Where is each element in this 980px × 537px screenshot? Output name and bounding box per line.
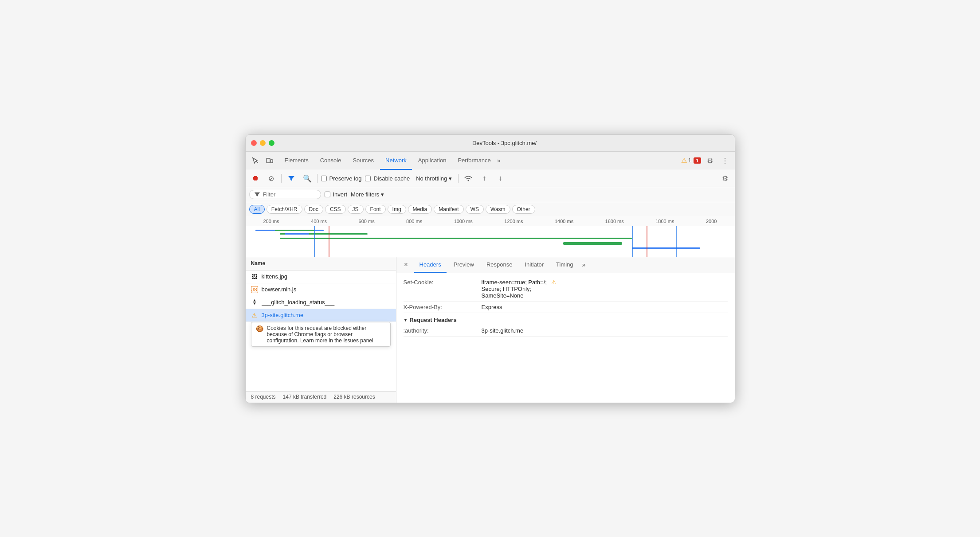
kittens-icon: 🖼 [251, 273, 258, 280]
filter-ws[interactable]: WS [466, 205, 484, 214]
ruler-mark-1800: 1800 ms [655, 219, 674, 224]
resources-size: 226 kB resources [333, 394, 375, 400]
filter-input[interactable] [263, 191, 316, 198]
header-row-set-cookie: Set-Cookie: iframe-seen=true; Path=/; ⚠ … [404, 277, 728, 302]
filter-button[interactable] [285, 172, 298, 184]
download-icon[interactable]: ↓ [494, 172, 506, 184]
bowser-icon: JS [251, 286, 258, 293]
filter-font[interactable]: Font [365, 205, 386, 214]
svg-line-0 [256, 161, 258, 163]
warning-icon: ⚠ [681, 157, 687, 165]
timeline-ruler: 200 ms 400 ms 600 ms 800 ms 1000 ms 1200… [246, 217, 735, 226]
more-tabs-chevron[interactable]: » [582, 261, 586, 268]
vline-red-2 [647, 226, 647, 257]
ruler-marks: 200 ms 400 ms 600 ms 800 ms 1000 ms 1200… [263, 219, 717, 224]
filter-fetch-xhr[interactable]: Fetch/XHR [267, 205, 302, 214]
filter-other[interactable]: Other [512, 205, 535, 214]
cookie-icon: 🍪 [256, 325, 263, 332]
filter-all[interactable]: All [249, 205, 265, 214]
throttle-select[interactable]: No throttling ▾ [413, 174, 455, 183]
ruler-mark-200: 200 ms [263, 219, 279, 224]
vline-blue-3 [676, 226, 677, 257]
ruler-mark-1000: 1000 ms [454, 219, 473, 224]
requests-list: 🖼 kittens.jpg JS bowser.min.js ⁑ ___glit… [246, 270, 396, 391]
minimize-button[interactable] [260, 140, 266, 146]
warnings-count: 1 [688, 157, 691, 164]
header-row-authority: :authority: 3p-site.glitch.me [404, 325, 728, 337]
close-panel-button[interactable]: × [400, 259, 412, 271]
search-button[interactable]: 🔍 [301, 172, 314, 184]
tab-application[interactable]: Application [413, 152, 452, 170]
header-row-x-powered-by: X-Powered-By: Express [404, 302, 728, 313]
ruler-mark-2000: 2000 [706, 219, 717, 224]
disable-cache-label[interactable]: Disable cache [365, 175, 410, 182]
toolbar-divider-3 [458, 174, 459, 183]
request-item-3p-site[interactable]: ⚠ 3p-site.glitch.me [246, 309, 396, 322]
filter-css[interactable]: CSS [325, 205, 346, 214]
tab-elements[interactable]: Elements [279, 152, 314, 170]
errors-badge[interactable]: 1 [694, 157, 701, 164]
more-options-icon[interactable]: ⋮ [719, 154, 731, 167]
vline-red-1 [329, 226, 329, 257]
set-cookie-val: iframe-seen=true; Path=/; ⚠ Secure; HTTP… [482, 279, 728, 299]
svg-point-3 [468, 180, 469, 181]
device-toggle-icon[interactable] [263, 154, 276, 167]
filter-wasm[interactable]: Wasm [486, 205, 510, 214]
vline-blue-2 [632, 226, 633, 257]
3p-site-warning-icon: ⚠ [251, 312, 258, 319]
filter-media[interactable]: Media [408, 205, 432, 214]
cookie-tooltip-text: Cookies for this request are blocked eit… [267, 325, 386, 344]
clear-button[interactable]: ⊘ [265, 172, 278, 184]
tab-console[interactable]: Console [315, 152, 347, 170]
traffic-lights [251, 140, 274, 146]
network-settings-icon[interactable]: ⚙ [719, 172, 731, 184]
ruler-mark-1400: 1400 ms [555, 219, 573, 224]
headers-panel: × Headers Preview Response Initiator Tim… [396, 257, 735, 403]
preserve-log-checkbox[interactable] [321, 176, 327, 181]
timeline-canvas [246, 226, 735, 257]
tab-performance[interactable]: Performance [452, 152, 496, 170]
requests-count: 8 requests [251, 394, 276, 400]
3p-site-name: 3p-site.glitch.me [262, 312, 391, 318]
throttle-dropdown-icon: ▾ [449, 175, 452, 182]
warnings-badge[interactable]: ⚠ 1 [681, 157, 691, 165]
devtools-tabs-bar: Elements Console Sources Network Applica… [246, 152, 735, 170]
authority-key: :authority: [404, 327, 474, 334]
disable-cache-checkbox[interactable] [365, 176, 371, 181]
filter-img[interactable]: Img [388, 205, 406, 214]
record-stop-button[interactable]: ⏺ [249, 172, 262, 184]
tab-headers[interactable]: Headers [414, 257, 447, 273]
request-item-kittens[interactable]: 🖼 kittens.jpg [246, 270, 396, 283]
invert-checkbox[interactable] [325, 192, 330, 197]
request-item-bowser[interactable]: JS bowser.min.js [246, 283, 396, 296]
upload-icon[interactable]: ↑ [478, 172, 490, 184]
tab-preview[interactable]: Preview [448, 257, 479, 273]
filter-input-wrap[interactable] [249, 190, 321, 199]
tab-response[interactable]: Response [481, 257, 518, 273]
close-button[interactable] [251, 140, 257, 146]
filter-doc[interactable]: Doc [304, 205, 323, 214]
bowser-name: bowser.min.js [262, 286, 391, 293]
request-item-glitch-status[interactable]: ⁑ ___glitch_loading_status___ [246, 296, 396, 309]
cookie-tooltip: 🍪 Cookies for this request are blocked e… [251, 322, 391, 347]
type-filter-row: All Fetch/XHR Doc CSS JS Font Img Media … [246, 202, 735, 217]
filter-manifest[interactable]: Manifest [434, 205, 463, 214]
tab-network[interactable]: Network [380, 152, 412, 170]
tab-timing[interactable]: Timing [551, 257, 579, 273]
maximize-button[interactable] [269, 140, 274, 146]
tab-sources[interactable]: Sources [347, 152, 379, 170]
invert-label[interactable]: Invert [325, 191, 348, 198]
settings-icon[interactable]: ⚙ [704, 154, 716, 167]
wifi-icon[interactable] [462, 172, 474, 184]
ruler-mark-1200: 1200 ms [504, 219, 523, 224]
tab-initiator[interactable]: Initiator [519, 257, 549, 273]
authority-val: 3p-site.glitch.me [482, 327, 728, 334]
more-tabs-icon[interactable]: » [497, 157, 501, 164]
devtools-icons-left [249, 154, 276, 167]
more-filters-button[interactable]: More filters ▾ [351, 191, 384, 198]
filter-js[interactable]: JS [348, 205, 364, 214]
cursor-icon[interactable] [249, 154, 262, 167]
preserve-log-label[interactable]: Preserve log [321, 175, 362, 182]
toolbar-divider-1 [281, 174, 282, 183]
requests-header: Name [246, 257, 396, 270]
